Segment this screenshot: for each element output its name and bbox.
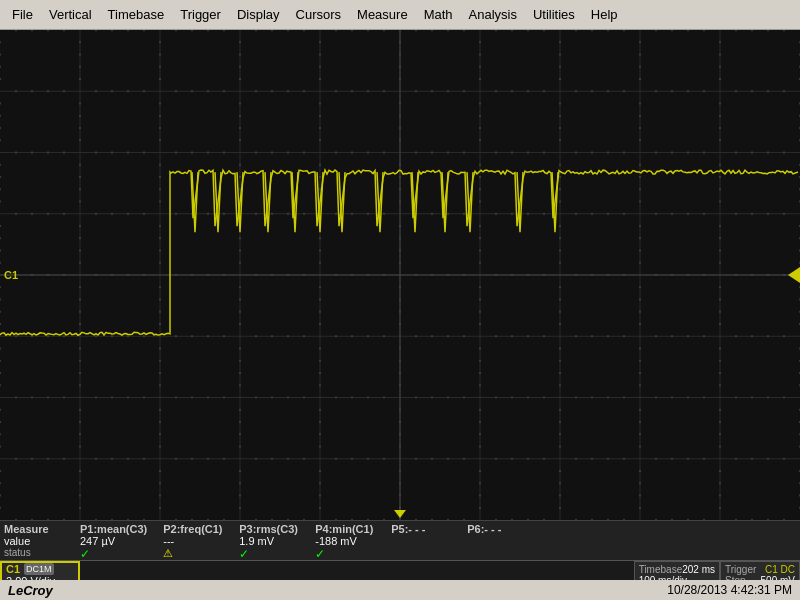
menu-display[interactable]: Display xyxy=(229,5,288,24)
timebase-val: 202 ms xyxy=(682,564,715,575)
channel-label: C1 xyxy=(4,269,18,281)
measure-p4-status: ✓ xyxy=(315,547,375,561)
measure-p1-value: 247 µV xyxy=(80,535,147,547)
measure-p6: P6:- - - xyxy=(467,523,527,535)
measure-p1: P1:mean(C3) 247 µV ✓ xyxy=(80,523,147,561)
measure-p3-value: 1.9 mV xyxy=(239,535,299,547)
menu-analysis[interactable]: Analysis xyxy=(461,5,525,24)
measure-p1-status: ✓ xyxy=(80,547,147,561)
measure-p3-label: P3:rms(C3) xyxy=(239,523,299,535)
measure-p1-label: P1:mean(C3) xyxy=(80,523,147,535)
measure-p2-status: ⚠ xyxy=(163,547,223,560)
menu-bar: File Vertical Timebase Trigger Display C… xyxy=(0,0,800,30)
measure-p4: P4:min(C1) -188 mV ✓ xyxy=(315,523,375,561)
menu-vertical[interactable]: Vertical xyxy=(41,5,100,24)
ch1-coupling: DC1M xyxy=(24,563,54,575)
measure-p3: P3:rms(C3) 1.9 mV ✓ xyxy=(239,523,299,561)
measure-p2: P2:freq(C1) --- ⚠ xyxy=(163,523,223,560)
measure-p2-value: --- xyxy=(163,535,223,547)
brand-name: LeCroy xyxy=(8,583,53,598)
menu-math[interactable]: Math xyxy=(416,5,461,24)
ch1-name: C1 xyxy=(6,563,20,575)
menu-measure[interactable]: Measure xyxy=(349,5,416,24)
measure-heading: Measure xyxy=(4,523,64,535)
menu-cursors[interactable]: Cursors xyxy=(288,5,350,24)
measure-p4-label: P4:min(C1) xyxy=(315,523,375,535)
menu-timebase[interactable]: Timebase xyxy=(100,5,173,24)
scope-canvas xyxy=(0,30,800,520)
measure-status-label: status xyxy=(4,547,64,558)
timestamp: 10/28/2013 4:42:31 PM xyxy=(667,583,792,597)
menu-utilities[interactable]: Utilities xyxy=(525,5,583,24)
measure-p3-status: ✓ xyxy=(239,547,299,561)
timebase-key: Timebase xyxy=(639,564,683,575)
scope-screen: C1 xyxy=(0,30,800,520)
menu-help[interactable]: Help xyxy=(583,5,626,24)
measure-p4-value: -188 mV xyxy=(315,535,375,547)
measure-bar: Measure value status P1:mean(C3) 247 µV … xyxy=(0,520,800,560)
menu-file[interactable]: File xyxy=(4,5,41,24)
brand-bar: LeCroy 10/28/2013 4:42:31 PM xyxy=(0,580,800,600)
measure-p5: P5:- - - xyxy=(391,523,451,535)
measure-p2-label: P2:freq(C1) xyxy=(163,523,223,535)
measure-value-label: value xyxy=(4,535,64,547)
measure-p6-label: P6:- - - xyxy=(467,523,527,535)
menu-trigger[interactable]: Trigger xyxy=(172,5,229,24)
measure-p5-label: P5:- - - xyxy=(391,523,451,535)
timebase-position-arrow xyxy=(394,510,406,518)
trigger-level-arrow xyxy=(788,267,800,283)
trigger-key: Trigger xyxy=(725,564,756,575)
measure-title: Measure value status xyxy=(4,523,64,558)
trigger-val: C1 DC xyxy=(765,564,795,575)
